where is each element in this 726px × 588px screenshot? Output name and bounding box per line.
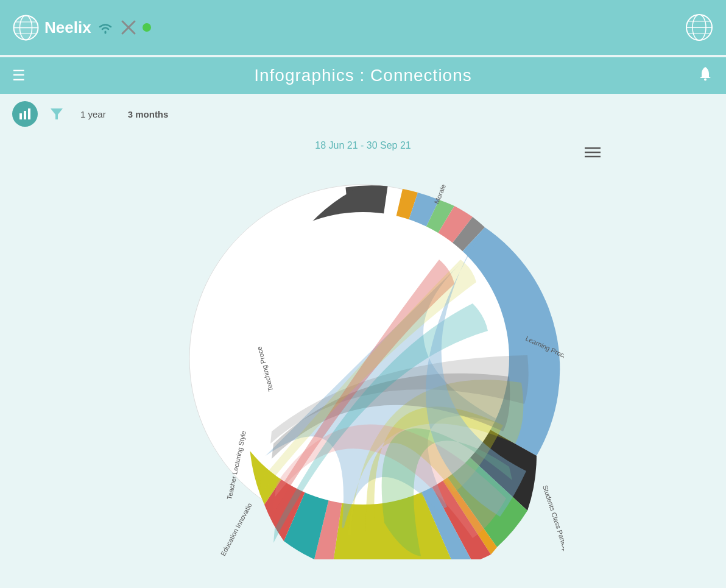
svg-marker-17 <box>51 108 63 119</box>
svg-rect-15 <box>24 111 26 119</box>
label-students-class: Students Class Participation <box>541 484 564 559</box>
page-title: Infographics : Connections <box>254 66 472 85</box>
svg-point-13 <box>704 78 707 80</box>
date-range: 18 Jun 21 - 30 Sep 21 <box>315 140 411 151</box>
top-nav: Neelix <box>0 0 726 55</box>
menu-icon <box>585 146 601 158</box>
app-name: Neelix <box>44 18 91 37</box>
filter-icon[interactable] <box>50 107 63 121</box>
globe-icon-right[interactable] <box>685 13 714 42</box>
label-classroom-culture: Classroom Culture <box>485 559 517 559</box>
subtitle-bar: ☰ Infographics : Connections <box>0 57 726 94</box>
logo-icon <box>12 14 40 41</box>
period-3months[interactable]: 3 months <box>123 107 174 122</box>
chart-container: 18 Jun 21 - 30 Sep 21 <box>162 140 564 559</box>
logo-area: Neelix <box>12 14 151 41</box>
chord-diagram: Morale Learning Process Students Class P… <box>162 157 564 559</box>
chart-icon <box>18 107 32 121</box>
period-1year[interactable]: 1 year <box>76 107 111 122</box>
label-morale: Morale <box>432 183 447 205</box>
controls-bar: 1 year 3 months <box>0 94 726 134</box>
svg-rect-16 <box>28 108 30 119</box>
chart-button[interactable] <box>12 101 38 127</box>
notification-bell[interactable] <box>697 65 714 87</box>
chart-menu[interactable] <box>585 146 601 161</box>
main-content: 18 Jun 21 - 30 Sep 21 <box>0 134 726 565</box>
hamburger-menu[interactable]: ☰ <box>12 67 26 84</box>
svg-rect-14 <box>19 113 22 119</box>
status-dot <box>143 23 151 32</box>
label-education-innovation: Education Innovatio <box>219 501 253 557</box>
tools-icon <box>119 18 138 37</box>
svg-point-5 <box>14 15 38 40</box>
wifi-icon <box>96 21 115 34</box>
